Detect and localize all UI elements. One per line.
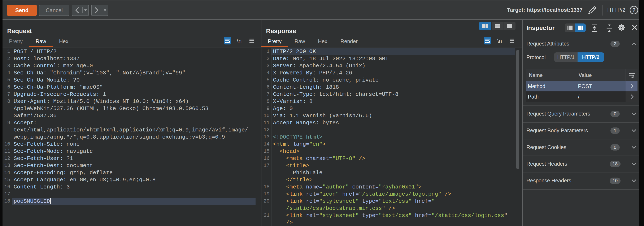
svg-text:?: ?	[632, 7, 636, 14]
